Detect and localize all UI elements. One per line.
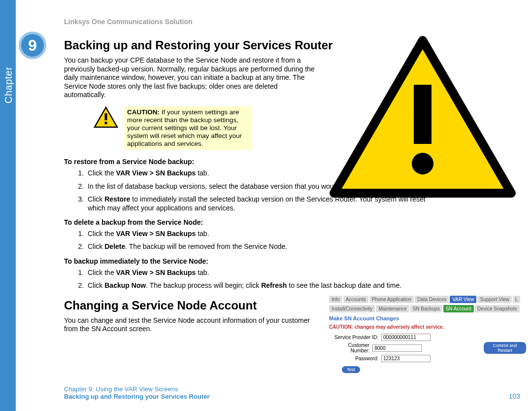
svg-rect-4 [414,85,432,144]
footer-chapter: Chapter 9: Using the VAR View Screens [64,385,209,393]
svg-rect-2 [105,122,107,124]
list-item: Click the VAR View > SN Backups tab. [86,229,429,238]
sp-input[interactable] [381,334,431,341]
footer-section: Backing up and Restoring your Services R… [64,393,209,400]
backup-intro: You can backup your CPE database to the … [64,56,320,100]
footer: Chapter 9: Using the VAR View Screens Ba… [64,385,209,400]
change-intro: You can change and test the Service Node… [64,316,325,334]
cust-input[interactable] [372,344,422,352]
page-number: 103 [509,392,520,400]
cust-label: Customer Number: [329,342,369,353]
immediate-heading: To backup immediately to the Service Nod… [64,257,429,265]
list-item: Click the VAR View > SN Backups tab. [86,268,429,277]
tab-top-data-devices[interactable]: Data Devices [415,296,449,303]
row-cust: Customer Number: Commit and Restart [329,342,526,354]
tab-top-var-view[interactable]: VAR View [450,296,476,303]
sn-account-screenshot: InfoAccountsPhone ApplicationData Device… [329,296,526,373]
inset-caution: CAUTION: changes may adversely affect se… [329,324,526,330]
pwd-input[interactable] [381,355,431,362]
caution-text: CAUTION: If your system settings are mor… [124,106,252,150]
tabs-top: InfoAccountsPhone ApplicationData Device… [329,296,526,303]
immediate-steps: Click the VAR View > SN Backups tab.Clic… [64,268,429,290]
tab-top-l[interactable]: L [513,296,521,303]
chapter-label: Chapter [3,67,14,103]
big-warning-image [329,35,516,198]
header-product-line: Linksys One Communications Solution [64,18,193,26]
tab-sub-sn-backups[interactable]: SN Backups [410,305,442,312]
svg-point-5 [412,153,433,174]
warning-icon [94,106,118,128]
inset-heading: Make SN Account Changes [329,315,526,321]
svg-rect-1 [105,113,107,120]
sp-label: Service Provider ID: [329,335,378,340]
commit-restart-button[interactable]: Commit and Restart [484,342,526,354]
tab-sub-maintenance[interactable]: Maintenance [376,305,409,312]
tab-sub-device-snapshots[interactable]: Device Snapshots [475,305,520,312]
tab-sub-sn-account[interactable]: SN Account [443,305,474,312]
tab-top-info[interactable]: Info [329,296,342,303]
step-text: Click the VAR View > SN Backups tab. [88,169,209,177]
caution-box: CAUTION: If your system settings are mor… [94,106,291,150]
chapter-badge: 9 [19,32,46,59]
tabs-sub: Install/ConnectivityMaintenanceSN Backup… [329,305,526,312]
caution-label: CAUTION: [127,108,160,116]
tab-top-accounts[interactable]: Accounts [343,296,368,303]
tab-top-phone-application[interactable]: Phone Application [369,296,414,303]
tab-sub-install/connectivity[interactable]: Install/Connectivity [329,305,375,312]
test-button[interactable]: Test [342,366,360,373]
row-pwd: Password: [329,355,526,362]
chapter-number: 9 [28,36,37,55]
list-item: Click Delete. The backup will be removed… [86,242,429,251]
delete-heading: To delete a backup from the Service Node… [64,218,429,226]
list-item: Click Backup Now. The backup process wil… [86,281,429,290]
tab-top-support-view[interactable]: Support View [477,296,511,303]
pwd-label: Password: [329,356,378,361]
step-text: Click Backup Now. The backup process wil… [88,281,401,289]
step-text: Click Delete. The backup will be removed… [88,242,287,250]
step-text: Click the VAR View > SN Backups tab. [88,269,209,276]
sidebar-stripe [0,0,16,411]
step-text: Click the VAR View > SN Backups tab. [88,230,209,238]
delete-steps: Click the VAR View > SN Backups tab.Clic… [64,229,429,251]
row-sp: Service Provider ID: [329,334,526,341]
